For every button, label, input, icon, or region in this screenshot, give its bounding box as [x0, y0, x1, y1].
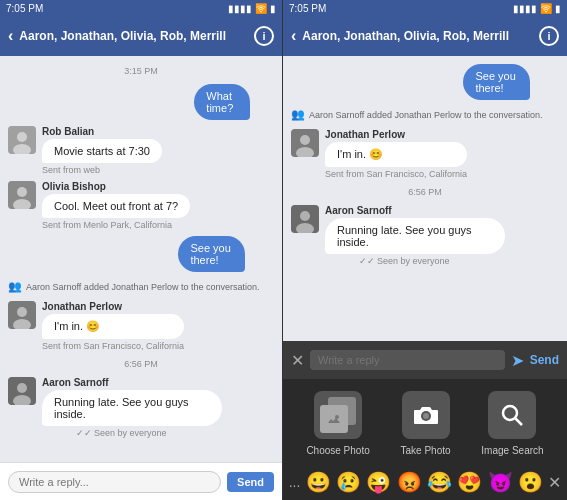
status-bar-left: 7:05 PM ▮▮▮▮ 🛜 ▮ — [0, 0, 282, 16]
system-text-left: Aaron Sarnoff added Jonathan Perlow to t… — [26, 282, 260, 292]
send-icon-right[interactable]: ➤ — [511, 351, 524, 370]
r-bubble-right-1: See you there! — [463, 64, 530, 100]
reply-bar-right: ✕ ➤ Send — [283, 341, 567, 379]
r-bubble-aaron: Running late. See you guys inside. — [325, 218, 505, 254]
image-search-icon — [488, 391, 536, 439]
emoji-4[interactable]: 😂 — [427, 470, 452, 494]
message-left-rob: Rob Balian Movie starts at 7:30 Sent fro… — [8, 126, 274, 175]
content-olivia: Olivia Bishop Cool. Meet out front at 7?… — [42, 181, 190, 230]
r-system-icon: 👥 — [291, 108, 305, 121]
emoji-0[interactable]: 😀 — [306, 470, 331, 494]
svg-point-13 — [300, 135, 310, 145]
take-photo-label: Take Photo — [401, 445, 451, 456]
emoji-2[interactable]: 😜 — [366, 470, 391, 494]
avatar-jonathan — [8, 301, 36, 329]
emoji-1[interactable]: 😢 — [336, 470, 361, 494]
r-system-text: Aaron Sarnoff added Jonathan Perlow to t… — [309, 110, 543, 120]
bubble-aaron: Running late. See you guys inside. — [42, 390, 222, 426]
status-icons-left: ▮▮▮▮ 🛜 ▮ — [228, 3, 276, 14]
back-button-left[interactable]: ‹ — [8, 27, 13, 45]
choose-photo-option[interactable]: Choose Photo — [306, 391, 369, 456]
choose-photo-icon — [314, 391, 362, 439]
sender-olivia: Olivia Bishop — [42, 181, 190, 192]
sender-rob: Rob Balian — [42, 126, 162, 137]
wifi-icon-right: 🛜 — [540, 3, 552, 14]
media-panel: Choose Photo Take Photo — [283, 379, 567, 464]
bubble-rob: Movie starts at 7:30 — [42, 139, 162, 163]
message-left-aaron: Aaron Sarnoff Running late. See you guys… — [8, 377, 274, 438]
svg-point-21 — [503, 406, 517, 420]
battery-icon-right: ▮ — [555, 3, 561, 14]
reply-input-left[interactable] — [8, 471, 221, 493]
r-seen-label: Seen by everyone — [377, 256, 450, 266]
emoji-dots[interactable]: ... — [289, 474, 301, 490]
reply-bar-left: Send — [0, 462, 282, 500]
status-time-left: 7:05 PM — [6, 3, 43, 14]
emoji-6[interactable]: 😈 — [488, 470, 513, 494]
sub-olivia: Sent from Menlo Park, California — [42, 220, 190, 230]
r-time-divider: 6:56 PM — [291, 187, 559, 197]
take-photo-option[interactable]: Take Photo — [401, 391, 451, 456]
info-button-right[interactable]: i — [539, 26, 559, 46]
seen-left: ✓✓ Seen by everyone — [76, 428, 222, 438]
system-msg-left: 👥 Aaron Sarnoff added Jonathan Perlow to… — [8, 280, 274, 293]
bubble-olivia: Cool. Meet out front at 7? — [42, 194, 190, 218]
svg-point-20 — [423, 413, 429, 419]
signal-icon-right: ▮▮▮▮ — [513, 3, 537, 14]
left-phone: 7:05 PM ▮▮▮▮ 🛜 ▮ ‹ Aaron, Jonathan, Oliv… — [0, 0, 283, 500]
image-search-option[interactable]: Image Search — [481, 391, 543, 456]
r-checkmark-icon: ✓✓ — [359, 256, 375, 266]
bubble-right-2: See you there! — [178, 236, 245, 272]
avatar-olivia — [8, 181, 36, 209]
svg-point-16 — [300, 211, 310, 221]
bottom-panel: ✕ ➤ Send Choose Photo — [283, 341, 567, 500]
back-button-right[interactable]: ‹ — [291, 27, 296, 45]
info-button-left[interactable]: i — [254, 26, 274, 46]
status-time-right: 7:05 PM — [289, 3, 326, 14]
close-button-right[interactable]: ✕ — [291, 351, 304, 370]
avatar-rob — [8, 126, 36, 154]
r-seen: ✓✓ Seen by everyone — [359, 256, 505, 266]
photo-stack-front-icon — [320, 405, 348, 433]
chat-title-right: Aaron, Jonathan, Olivia, Rob, Merrill — [302, 29, 533, 43]
header-left: ‹ Aaron, Jonathan, Olivia, Rob, Merrill … — [0, 16, 282, 56]
svg-point-7 — [17, 307, 27, 317]
messages-area-right: See you there! 👥 Aaron Sarnoff added Jon… — [283, 56, 567, 341]
chat-title-left: Aaron, Jonathan, Olivia, Rob, Merrill — [19, 29, 248, 43]
r-system-msg: 👥 Aaron Sarnoff added Jonathan Perlow to… — [291, 108, 559, 121]
emoji-close[interactable]: ✕ — [548, 473, 561, 492]
avatar-aaron — [8, 377, 36, 405]
wifi-icon-left: 🛜 — [255, 3, 267, 14]
emoji-7[interactable]: 😮 — [518, 470, 543, 494]
sub-jonathan: Sent from San Francisco, California — [42, 341, 184, 351]
message-left-jonathan: Jonathan Perlow I'm in. 😊 Sent from San … — [8, 301, 274, 351]
content-aaron: Aaron Sarnoff Running late. See you guys… — [42, 377, 222, 438]
r-bubble-jonathan: I'm in. 😊 — [325, 142, 467, 167]
content-rob: Rob Balian Movie starts at 7:30 Sent fro… — [42, 126, 162, 175]
header-right: ‹ Aaron, Jonathan, Olivia, Rob, Merrill … — [283, 16, 567, 56]
content-jonathan: Jonathan Perlow I'm in. 😊 Sent from San … — [42, 301, 184, 351]
sub-rob: Sent from web — [42, 165, 162, 175]
svg-point-18 — [335, 415, 339, 419]
send-button-right[interactable]: Send — [530, 353, 559, 367]
emoji-3[interactable]: 😡 — [397, 470, 422, 494]
message-right-2: See you there! — [178, 236, 274, 272]
take-photo-icon — [402, 391, 450, 439]
battery-icon-left: ▮ — [270, 3, 276, 14]
send-button-left[interactable]: Send — [227, 472, 274, 492]
seen-label: Seen by everyone — [94, 428, 167, 438]
r-avatar-aaron — [291, 205, 319, 233]
emoji-5[interactable]: 😍 — [457, 470, 482, 494]
svg-point-1 — [17, 132, 27, 142]
status-bar-right: 7:05 PM ▮▮▮▮ 🛜 ▮ — [283, 0, 567, 16]
svg-point-10 — [17, 383, 27, 393]
r-content-jonathan: Jonathan Perlow I'm in. 😊 Sent from San … — [325, 129, 467, 179]
right-phone: 7:05 PM ▮▮▮▮ 🛜 ▮ ‹ Aaron, Jonathan, Oliv… — [283, 0, 567, 500]
svg-point-4 — [17, 187, 27, 197]
reply-input-right[interactable] — [310, 350, 505, 370]
r-sub-jonathan: Sent from San Francisco, California — [325, 169, 467, 179]
message-right-1: What time? — [194, 84, 274, 120]
r-message-right-1: See you there! — [463, 64, 559, 100]
bubble-right-1: What time? — [194, 84, 250, 120]
status-icons-right: ▮▮▮▮ 🛜 ▮ — [513, 3, 561, 14]
